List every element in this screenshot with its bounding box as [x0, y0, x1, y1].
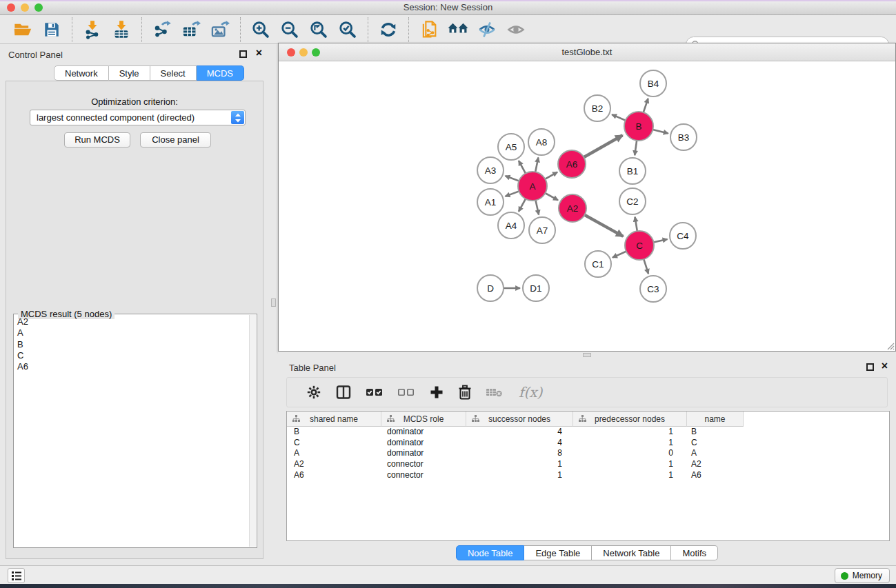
- refresh-icon[interactable]: [378, 19, 399, 40]
- graph-node-A1[interactable]: A1: [477, 189, 504, 215]
- mcds-result-item[interactable]: A6: [14, 361, 249, 372]
- graph-node-B[interactable]: B: [624, 112, 653, 141]
- graph-node-D[interactable]: D: [477, 275, 504, 301]
- mcds-result-item[interactable]: A: [14, 327, 249, 338]
- graph-node-A[interactable]: A: [518, 172, 547, 201]
- tab-style[interactable]: Style: [109, 65, 150, 81]
- table-cell[interactable]: 8: [466, 448, 573, 459]
- graph-node-A7[interactable]: A7: [529, 217, 555, 243]
- graph-node-A2[interactable]: A2: [559, 194, 586, 222]
- column-header-name[interactable]: name: [687, 412, 744, 427]
- table-cell[interactable]: dominator: [381, 448, 466, 459]
- table-cell[interactable]: A2: [287, 459, 381, 470]
- graph-node-A5[interactable]: A5: [498, 134, 524, 160]
- table-cell[interactable]: C: [287, 438, 381, 449]
- zoom-selected-icon[interactable]: [337, 19, 358, 40]
- tab-network[interactable]: Network: [54, 65, 109, 81]
- zoom-out-icon[interactable]: [279, 19, 300, 40]
- float-panel-icon[interactable]: [866, 363, 874, 371]
- table-cell[interactable]: 0: [573, 448, 687, 459]
- import-network-icon[interactable]: [82, 19, 103, 40]
- deselect-all-columns-icon[interactable]: [397, 386, 415, 398]
- table-cell[interactable]: C: [687, 438, 744, 449]
- show-graphics-icon[interactable]: [506, 19, 526, 40]
- table-cell[interactable]: dominator: [381, 438, 466, 449]
- zoom-fit-icon[interactable]: [308, 19, 329, 40]
- open-file-icon[interactable]: [12, 19, 33, 40]
- divider-grip[interactable]: [271, 298, 276, 307]
- mcds-result-item[interactable]: A2: [14, 316, 249, 327]
- table-row[interactable]: A6connector11A6: [287, 470, 889, 481]
- column-header-predecessor-nodes[interactable]: predecessor nodes: [573, 412, 687, 427]
- table-cell[interactable]: B: [287, 427, 381, 438]
- column-header-shared-name[interactable]: shared name: [287, 412, 381, 427]
- tab-node-table[interactable]: Node Table: [456, 545, 525, 560]
- graph-node-B1[interactable]: B1: [619, 158, 646, 184]
- table-cell[interactable]: 1: [573, 438, 687, 449]
- table-cell[interactable]: 1: [466, 459, 573, 470]
- export-network-icon[interactable]: [152, 19, 172, 40]
- close-panel-icon[interactable]: ×: [882, 362, 888, 369]
- close-window-button[interactable]: [7, 3, 15, 12]
- frame-minimize-button[interactable]: [299, 48, 308, 57]
- table-row[interactable]: A2connector11A2: [287, 459, 889, 470]
- divider-grip[interactable]: [583, 353, 591, 357]
- table-cell[interactable]: A: [687, 448, 744, 459]
- graph-node-C2[interactable]: C2: [619, 188, 646, 214]
- network-frame-titlebar[interactable]: testGlobe.txt: [279, 43, 895, 61]
- split-columns-icon[interactable]: [335, 384, 352, 401]
- mcds-result-item[interactable]: C: [14, 350, 249, 361]
- tab-network-table[interactable]: Network Table: [592, 545, 671, 560]
- graph-node-B2[interactable]: B2: [584, 95, 610, 121]
- delete-column-icon[interactable]: [458, 385, 472, 400]
- home-pair-icon[interactable]: [448, 19, 468, 40]
- memory-button[interactable]: Memory: [835, 568, 890, 583]
- graph-node-A4[interactable]: A4: [498, 212, 524, 239]
- panel-divider-horizontal[interactable]: [278, 352, 896, 358]
- frame-zoom-button[interactable]: [312, 48, 320, 57]
- hide-graphics-icon[interactable]: [477, 19, 497, 40]
- network-document-icon[interactable]: [419, 19, 439, 40]
- table-cell[interactable]: 1: [573, 470, 687, 481]
- table-cell[interactable]: connector: [381, 470, 466, 481]
- tab-select[interactable]: Select: [150, 65, 197, 81]
- table-row[interactable]: Bdominator41B: [287, 427, 889, 438]
- graph-node-A6[interactable]: A6: [558, 150, 586, 178]
- save-session-icon[interactable]: [41, 19, 62, 40]
- table-row[interactable]: Adominator80A: [287, 448, 889, 459]
- mcds-result-item[interactable]: B: [14, 339, 249, 350]
- import-table-icon[interactable]: [111, 19, 132, 40]
- table-cell[interactable]: connector: [381, 459, 466, 470]
- close-panel-icon[interactable]: ×: [256, 49, 262, 57]
- panel-divider-vertical[interactable]: [269, 44, 279, 565]
- export-table-icon[interactable]: [181, 19, 201, 40]
- tab-motifs[interactable]: Motifs: [671, 545, 718, 560]
- graph-node-C3[interactable]: C3: [640, 276, 666, 302]
- tab-mcds[interactable]: MCDS: [197, 65, 244, 81]
- graph-node-B4[interactable]: B4: [640, 70, 666, 97]
- tab-edge-table[interactable]: Edge Table: [524, 545, 592, 560]
- graph-node-C4[interactable]: C4: [670, 223, 696, 249]
- network-graph-canvas[interactable]: A A6 A2 B C A5 A8 A3 A1 A4 A7 B2 B4: [279, 61, 895, 351]
- table-cell[interactable]: 1: [573, 459, 687, 470]
- float-panel-icon[interactable]: [239, 50, 247, 58]
- graph-node-B3[interactable]: B3: [670, 124, 697, 150]
- select-all-columns-icon[interactable]: [366, 386, 384, 398]
- minimize-window-button[interactable]: [21, 3, 29, 12]
- table-row[interactable]: Cdominator41C: [287, 438, 889, 449]
- graph-node-D1[interactable]: D1: [523, 275, 549, 301]
- table-cell[interactable]: A: [287, 448, 381, 459]
- graph-node-A3[interactable]: A3: [477, 157, 504, 183]
- optimization-criterion-select[interactable]: largest connected component (directed): [30, 110, 246, 125]
- column-header-successor-nodes[interactable]: successor nodes: [466, 412, 573, 427]
- run-mcds-button[interactable]: Run MCDS: [64, 132, 130, 148]
- table-cell[interactable]: B: [687, 427, 744, 438]
- table-cell[interactable]: dominator: [381, 427, 466, 438]
- table-cell[interactable]: 1: [573, 427, 687, 438]
- frame-resize-grip[interactable]: [885, 341, 895, 350]
- graph-node-C1[interactable]: C1: [585, 251, 611, 277]
- table-cell[interactable]: 4: [466, 427, 573, 438]
- task-history-button[interactable]: [8, 568, 25, 583]
- table-cell[interactable]: 4: [466, 438, 573, 449]
- graph-node-C[interactable]: C: [625, 231, 654, 260]
